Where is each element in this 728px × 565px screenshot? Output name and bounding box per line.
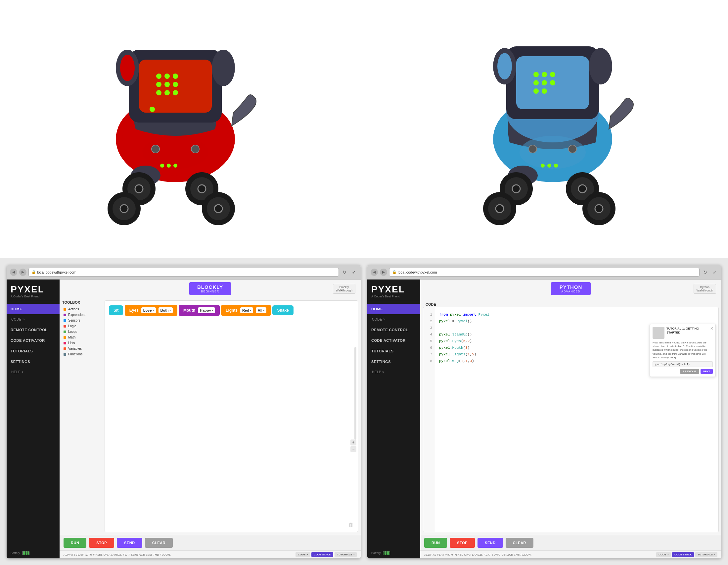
toolbox-area-left: TOOLBOX Actions Expressions Sensors: [60, 298, 361, 535]
nav-activator-left[interactable]: CODE ACTIVATOR: [7, 335, 60, 346]
address-bar-left[interactable]: 🔒 local.codewithpyxel.com: [28, 268, 339, 276]
block-eyes[interactable]: Eyes Love ▾ Both ▾: [125, 305, 177, 316]
workspace-zoom: + −: [350, 440, 356, 452]
zoom-out-btn[interactable]: −: [350, 446, 356, 452]
expand-btn-right[interactable]: ⤢: [711, 268, 718, 276]
walkthrough-btn-right[interactable]: PythonWalkthrough: [694, 284, 716, 294]
url-text-right: local.codewithpyxel.com: [398, 270, 437, 274]
block-lights[interactable]: Lights Red ▾ All ▾: [221, 305, 271, 316]
svg-point-67: [569, 145, 576, 153]
sidebar-battery-right: Battery: [367, 548, 420, 558]
forward-btn-right[interactable]: ▶: [380, 268, 387, 276]
back-btn-left[interactable]: ◀: [10, 268, 17, 276]
svg-point-32: [152, 145, 159, 153]
forward-btn-left[interactable]: ▶: [19, 268, 26, 276]
run-btn-left[interactable]: RUN: [64, 538, 86, 548]
workspace-trash[interactable]: 🗑: [348, 522, 354, 528]
sidebar-logo-right: PYXEL A Coder's Best Friend: [367, 279, 420, 301]
block-sit-label: Sit: [114, 308, 118, 313]
status-tab-code-right[interactable]: CODE >: [656, 552, 671, 557]
battery-bar-r3: [387, 551, 388, 555]
svg-point-27: [120, 205, 128, 212]
status-tab-tutorials-right[interactable]: TUTORIALS >: [695, 552, 717, 557]
back-btn-right[interactable]: ◀: [371, 268, 378, 276]
nav-home-left[interactable]: HOME: [7, 304, 60, 314]
block-sit[interactable]: Sit: [109, 306, 123, 315]
stop-btn-left[interactable]: STOP: [89, 538, 114, 548]
block-eyes-dropdown2[interactable]: Both ▾: [159, 307, 173, 313]
status-tab-codestack-right[interactable]: CODE STACK: [672, 552, 694, 557]
reload-btn-left[interactable]: ↻: [341, 268, 348, 276]
tutorial-close-btn[interactable]: ✕: [710, 326, 713, 331]
status-tab-tutorials-left[interactable]: TUTORIALS >: [335, 552, 357, 557]
browser-window-right: ◀ ▶ 🔒 local.codewithpyxel.com ↻ ⤢ PYXEL …: [367, 265, 721, 558]
toolbox-item-logic[interactable]: Logic: [62, 323, 102, 329]
robot-image-right: [364, 0, 728, 258]
browser-chrome-right: ◀ ▶ 🔒 local.codewithpyxel.com ↻ ⤢: [367, 265, 721, 279]
nav-remote-left[interactable]: REMOTE CONTROL: [7, 325, 60, 335]
send-btn-left[interactable]: SEND: [117, 538, 142, 548]
battery-bar-r4: [388, 551, 389, 555]
toolbox-label-functions: Functions: [68, 353, 82, 356]
nav-code-right[interactable]: CODE >: [367, 314, 420, 325]
svg-point-46: [550, 80, 555, 85]
stop-btn-right[interactable]: STOP: [450, 538, 475, 548]
clear-btn-right[interactable]: CLEAR: [506, 538, 533, 548]
nav-tutorials-right[interactable]: TUTORIALS: [367, 346, 420, 356]
workspace-scrollbar[interactable]: [354, 347, 356, 440]
nav-activator-right[interactable]: CODE ACTIVATOR: [367, 335, 420, 346]
svg-point-58: [578, 185, 586, 193]
toolbox-item-actions[interactable]: Actions: [62, 306, 102, 312]
pyxel-tagline-right: A Coder's Best Friend: [371, 295, 416, 298]
toolbox-item-variables[interactable]: Variables: [62, 346, 102, 352]
walkthrough-btn-left[interactable]: BlocklyWalkthrough: [333, 284, 355, 294]
svg-point-16: [212, 50, 235, 86]
zoom-in-btn[interactable]: +: [350, 440, 356, 446]
toolbox-item-loops[interactable]: Loops: [62, 329, 102, 335]
svg-point-70: [554, 164, 558, 167]
status-tab-codestack-left[interactable]: CODE STACK: [311, 552, 333, 557]
line-num-6: 6: [423, 345, 435, 351]
nav-settings-left[interactable]: SETTINGS: [7, 356, 60, 367]
toolbox-item-lists[interactable]: Lists: [62, 340, 102, 346]
mode-title-python: PYTHON: [559, 284, 583, 290]
block-lights-dropdown2[interactable]: All ▾: [256, 307, 266, 313]
toolbox-item-sensors[interactable]: Sensors: [62, 318, 102, 323]
svg-point-30: [214, 205, 222, 212]
svg-point-13: [173, 90, 178, 95]
tutorial-prev-btn[interactable]: PREVIOUS: [680, 369, 699, 374]
block-mouth[interactable]: Mouth Happy ▾: [179, 305, 220, 316]
svg-point-42: [542, 72, 547, 77]
expand-btn-left[interactable]: ⤢: [350, 268, 357, 276]
block-eyes-dropdown1[interactable]: Love ▾: [141, 307, 156, 313]
bottom-toolbar-right: RUN STOP SEND CLEAR: [420, 535, 721, 550]
toolbox-item-functions[interactable]: Functions: [62, 352, 102, 357]
toolbox-item-expressions[interactable]: Expressions: [62, 312, 102, 318]
nav-help-right[interactable]: HELP >: [367, 367, 420, 377]
nav-tutorials-left[interactable]: TUTORIALS: [7, 346, 60, 356]
toolbox-item-math[interactable]: Math: [62, 335, 102, 340]
svg-point-12: [164, 90, 170, 95]
block-lights-dropdown1[interactable]: Red ▾: [240, 307, 253, 313]
battery-bar-r1: [384, 551, 385, 555]
nav-help-left[interactable]: HELP >: [7, 367, 60, 377]
run-btn-right[interactable]: RUN: [424, 538, 447, 548]
toolbox-label-variables: Variables: [68, 347, 82, 351]
reload-btn-right[interactable]: ↻: [702, 268, 709, 276]
toolbox-title: TOOLBOX: [62, 301, 102, 305]
block-shake[interactable]: Shake: [272, 306, 293, 315]
block-mouth-dropdown[interactable]: Happy ▾: [198, 307, 215, 313]
nav-home-right[interactable]: HOME: [367, 304, 420, 314]
main-content-left: BLOCKLY BEGINNER BlocklyWalkthrough TOOL…: [60, 279, 361, 558]
nav-settings-right[interactable]: SETTINGS: [367, 356, 420, 367]
clear-btn-left[interactable]: CLEAR: [145, 538, 173, 548]
tutorial-next-btn[interactable]: NEXT: [701, 369, 713, 374]
code-area: 1 2 3 4 5 6 7 8 from pyxel import Pyxel: [423, 307, 719, 532]
send-btn-right[interactable]: SEND: [478, 538, 503, 548]
nav-remote-right[interactable]: REMOTE CONTROL: [367, 325, 420, 335]
status-tab-code-left[interactable]: CODE >: [296, 552, 310, 557]
toolbox-label-sensors: Sensors: [68, 319, 80, 322]
nav-code-left[interactable]: CODE >: [7, 314, 60, 325]
robot-image-left: [0, 0, 364, 258]
address-bar-right[interactable]: 🔒 local.codewithpyxel.com: [389, 268, 700, 276]
